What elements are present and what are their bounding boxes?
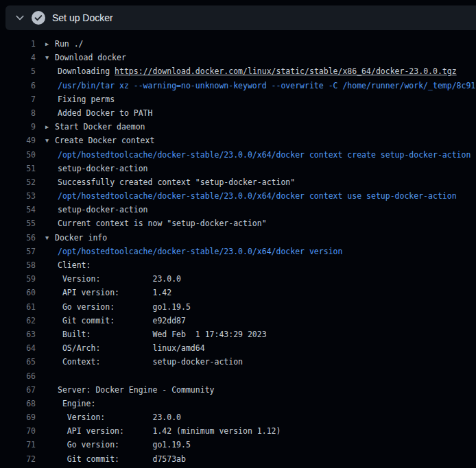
line-content: Server: Docker Engine - Community — [45, 383, 214, 397]
line-text: Git commit: d7573ab — [58, 454, 186, 464]
log-line: 4▼Download docker — [0, 51, 476, 64]
line-text: Server: Docker Engine - Community — [58, 385, 214, 395]
line-number[interactable]: 53 — [0, 189, 36, 203]
chevron-down-icon[interactable] — [14, 12, 25, 23]
line-content: Built: Wed Feb 1 17:43:29 2023 — [45, 328, 267, 341]
line-content: Git commit: e92dd87 — [45, 314, 186, 328]
line-number[interactable]: 66 — [0, 369, 36, 383]
line-text: setup-docker-action — [58, 164, 148, 173]
line-number[interactable]: 60 — [0, 286, 36, 299]
line-number[interactable]: 65 — [0, 355, 36, 369]
chevron-right-icon[interactable]: ▶ — [45, 37, 55, 51]
log-line: 51setup-docker-action — [0, 162, 476, 175]
line-number[interactable]: 1 — [0, 37, 36, 51]
line-text: Run ./ — [55, 39, 84, 49]
line-content: Context: setup-docker-action — [45, 355, 243, 369]
log-line: 57/opt/hostedtoolcache/docker-stable/23.… — [0, 245, 476, 258]
line-text: Go version: go1.19.5 — [58, 302, 191, 312]
log-line: 7Fixing perms — [0, 93, 476, 106]
line-number[interactable]: 70 — [0, 424, 36, 438]
line-number[interactable]: 55 — [0, 217, 36, 230]
check-circle-icon — [32, 11, 45, 25]
line-content: ▼Create Docker context — [45, 134, 154, 147]
log-line: 65 Context: setup-docker-action — [0, 355, 476, 369]
log-line: 63 Built: Wed Feb 1 17:43:29 2023 — [0, 328, 476, 341]
line-number[interactable]: 57 — [0, 245, 36, 258]
line-number[interactable]: 58 — [0, 258, 36, 272]
line-text: Version: 23.0.0 — [58, 274, 181, 284]
line-number[interactable]: 8 — [0, 106, 36, 120]
line-content: Successfully created context "setup-dock… — [45, 175, 295, 189]
line-number[interactable]: 6 — [0, 79, 36, 93]
line-number[interactable]: 49 — [0, 134, 36, 147]
log-line: 55Current context is now "setup-docker-a… — [0, 217, 476, 230]
line-content: Engine: — [45, 397, 95, 410]
line-content: setup-docker-action — [45, 162, 148, 175]
log-line: 53/opt/hostedtoolcache/docker-stable/23.… — [0, 189, 476, 203]
line-text: Built: Wed Feb 1 17:43:29 2023 — [58, 330, 267, 339]
log-link[interactable]: https://download.docker.com/linux/static… — [115, 66, 457, 76]
line-content: Client: — [45, 258, 91, 272]
line-content: Go version: go1.19.5 — [45, 300, 191, 314]
line-number[interactable]: 51 — [0, 162, 36, 175]
log-line: 5Downloading https://download.docker.com… — [0, 64, 476, 78]
line-content: Downloading https://download.docker.com/… — [45, 64, 457, 78]
line-content: Added Docker to PATH — [45, 106, 152, 120]
line-content: /usr/bin/tar xz --warning=no-unknown-key… — [45, 79, 475, 93]
line-content: ▶Start Docker daemon — [45, 120, 145, 134]
line-number[interactable]: 71 — [0, 438, 36, 452]
line-number[interactable]: 68 — [0, 397, 36, 410]
log-line: 1▶Run ./ — [0, 37, 476, 51]
line-number[interactable]: 50 — [0, 148, 36, 162]
line-number[interactable]: 54 — [0, 203, 36, 217]
step-header[interactable]: Set up Docker — [5, 5, 476, 30]
log-line: 61 Go version: go1.19.5 — [0, 300, 476, 314]
log-line: 9▶Start Docker daemon — [0, 120, 476, 134]
line-text: Downloading https://download.docker.com/… — [58, 66, 457, 76]
line-text: Go version: go1.19.5 — [58, 440, 191, 449]
line-number[interactable]: 67 — [0, 383, 36, 397]
step-title: Set up Docker — [52, 12, 113, 23]
line-content: Version: 23.0.0 — [45, 410, 181, 424]
line-number[interactable]: 64 — [0, 341, 36, 355]
line-text: Download docker — [55, 53, 126, 62]
line-number[interactable]: 69 — [0, 410, 36, 424]
line-number[interactable]: 61 — [0, 300, 36, 314]
line-text: setup-docker-action — [58, 205, 148, 214]
line-number[interactable]: 4 — [0, 51, 36, 64]
line-text: Context: setup-docker-action — [58, 357, 243, 367]
line-text: Current context is now "setup-docker-act… — [58, 219, 267, 228]
line-text: Client: — [58, 260, 91, 270]
log-line: 59 Version: 23.0.0 — [0, 272, 476, 286]
chevron-down-icon[interactable]: ▼ — [45, 231, 55, 245]
chevron-right-icon[interactable]: ▶ — [45, 120, 55, 134]
line-content: setup-docker-action — [45, 203, 148, 217]
line-number[interactable]: 9 — [0, 120, 36, 134]
line-content: Git commit: d7573ab — [45, 452, 186, 466]
log-line: 69 Version: 23.0.0 — [0, 410, 476, 424]
line-number[interactable]: 5 — [0, 64, 36, 78]
line-number[interactable]: 56 — [0, 231, 36, 245]
line-content: Fixing perms — [45, 93, 115, 106]
line-content: ▼Download docker — [45, 51, 126, 64]
log-line: 52Successfully created context "setup-do… — [0, 175, 476, 189]
line-number[interactable]: 59 — [0, 272, 36, 286]
log-line: 58Client: — [0, 258, 476, 272]
line-number[interactable]: 72 — [0, 452, 36, 466]
line-content: API version: 1.42 (minimum version 1.12) — [45, 424, 281, 438]
line-content: ▶Run ./ — [45, 37, 84, 51]
line-number[interactable]: 7 — [0, 93, 36, 106]
line-text: Added Docker to PATH — [58, 108, 152, 118]
line-number[interactable]: 52 — [0, 175, 36, 189]
log-line: 68 Engine: — [0, 397, 476, 410]
line-number[interactable]: 63 — [0, 328, 36, 341]
chevron-down-icon[interactable]: ▼ — [45, 134, 55, 147]
line-number[interactable]: 62 — [0, 314, 36, 328]
line-content: /opt/hostedtoolcache/docker-stable/23.0.… — [45, 148, 471, 162]
line-content: Version: 23.0.0 — [45, 272, 181, 286]
line-text: /usr/bin/tar xz --warning=no-unknown-key… — [58, 81, 475, 90]
chevron-down-icon[interactable]: ▼ — [45, 51, 55, 64]
log-line: 66 — [0, 369, 476, 383]
line-content: API version: 1.42 — [45, 286, 171, 299]
log-line: 50/opt/hostedtoolcache/docker-stable/23.… — [0, 148, 476, 162]
